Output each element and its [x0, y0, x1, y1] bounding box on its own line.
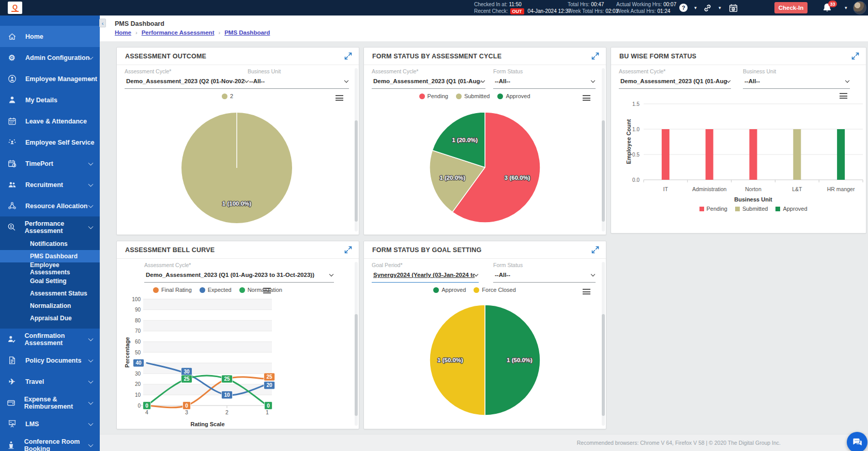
point-label-value: 20	[266, 382, 272, 388]
legend-item-approved[interactable]: Approved	[775, 206, 807, 212]
scrollbar-thumb[interactable]	[355, 314, 358, 416]
sidebar-subitem-notifications[interactable]: Notifications	[0, 238, 100, 250]
stat-label: Week Actual Hrs:	[616, 8, 656, 14]
breadcrumb: Home›Performance Assessment›PMS Dashboar…	[115, 29, 270, 36]
legend-item-submitted[interactable]: Submitted	[735, 206, 768, 212]
quick-links-icon[interactable]	[703, 0, 712, 15]
chart-context-menu-button[interactable]	[840, 93, 847, 100]
check-in-button[interactable]: Check-In	[774, 2, 808, 13]
sidebar-item-expense-reimbursement[interactable]: Expense & Reimbursement	[0, 392, 100, 413]
chat-icon	[851, 437, 863, 448]
pie-label: 1 (50.0%)	[507, 357, 532, 363]
sidebar-item-employee-self-service[interactable]: Employee Self Service	[0, 132, 100, 153]
sidebar-item-employee-management[interactable]: Employee Management	[0, 68, 100, 89]
sidebar-item-label: LMS	[25, 421, 39, 428]
sidebar-subitem-pms-dashboard[interactable]: PMS Dashboard	[0, 250, 100, 262]
sidebar-item-conference-room-booking[interactable]: Conference Room Booking	[0, 434, 100, 451]
sidebar-item-label: Recruitment	[25, 181, 63, 189]
sidebar-item-admin-configuration[interactable]: ⚙Admin Configuration	[0, 47, 100, 68]
menu-bar	[840, 96, 847, 97]
sidebar-item-home[interactable]: Home	[0, 26, 100, 47]
legend-item-submitted[interactable]: Submitted	[456, 93, 490, 99]
sidebar-collapse-button[interactable]: ‹	[99, 19, 106, 27]
x-axis-tick: 4	[145, 409, 148, 415]
chat-fab-button[interactable]	[847, 432, 867, 451]
bar-administration[interactable]	[706, 129, 713, 180]
legend-item-approved[interactable]: Approved	[433, 287, 466, 293]
user-avatar[interactable]	[853, 1, 866, 14]
pie-label: 1 (50.0%)	[437, 357, 463, 363]
breadcrumb-link-performance-assessment[interactable]: Performance Assessment	[142, 29, 215, 36]
sidebar-item-leave-attendance[interactable]: Leave & Attendance	[0, 111, 100, 132]
sidebar-item-travel[interactable]: ✈Travel	[0, 371, 100, 392]
y-axis-tick: 1.0	[632, 127, 639, 132]
chart-context-menu-button[interactable]	[336, 95, 343, 102]
legend-item-expected[interactable]: Expected	[200, 287, 232, 293]
form-status-by-goal-setting-chart: 1 (50.0%)1 (50.0%)	[364, 241, 607, 430]
sidebar-item-confirmation-assessment[interactable]: Confirmation Assessment	[0, 329, 100, 350]
legend-item-final-rating[interactable]: Final Rating	[153, 287, 192, 293]
pms-dashboard-app: Q Checked In at:11:50Recent Check:OUT04-…	[0, 0, 868, 451]
bar-hr-manger[interactable]	[837, 129, 845, 180]
scrollbar-thumb[interactable]	[602, 120, 605, 222]
sidebar-item-my-details[interactable]: My Details	[0, 89, 100, 111]
sidebar-subitem-appraisal-due[interactable]: Appraisal Due	[0, 312, 100, 324]
sidebar-item-resource-allocation[interactable]: Resource Allocation	[0, 195, 100, 216]
sidebar-item-policy-documents[interactable]: Policy Documents	[0, 350, 100, 371]
sidebar-item-performance-assessment[interactable]: Performance Assessment	[0, 216, 100, 238]
legend-item-pending[interactable]: Pending	[699, 206, 727, 212]
link-icon	[703, 4, 712, 12]
attendance-calendar-icon[interactable]	[729, 0, 738, 15]
topbar: Q Checked In at:11:50Recent Check:OUT04-…	[0, 0, 868, 15]
legend-label: Submitted	[742, 206, 768, 212]
sidebar-subitem-assessment-status[interactable]: Assessment Status	[0, 287, 100, 300]
sidebar-subitem-goal-setting[interactable]: Goal Setting	[0, 275, 100, 287]
legend-item-approved[interactable]: Approved	[497, 93, 530, 99]
x-axis-title: Business Unit	[734, 196, 772, 203]
sidebar-subitem-employee-assessments[interactable]: Employee Assessments	[0, 262, 100, 275]
legend-item-force-closed[interactable]: Force Closed	[474, 287, 515, 293]
scrollbar-thumb[interactable]	[355, 120, 358, 222]
bar-norton[interactable]	[750, 129, 757, 180]
breadcrumb-link-home[interactable]: Home	[115, 29, 131, 36]
chart-context-menu-button[interactable]	[263, 288, 271, 295]
menu-bar	[336, 98, 343, 99]
help-icon[interactable]: ?	[679, 0, 688, 15]
legend-item-2[interactable]: 2	[222, 93, 233, 99]
legend-marker	[433, 287, 439, 293]
search-person-icon	[6, 223, 18, 232]
chart-context-menu-button[interactable]	[583, 95, 590, 102]
sidebar-subitem-normalization[interactable]: Normalization	[0, 300, 100, 312]
scrollbar-thumb[interactable]	[602, 314, 605, 416]
sidebar-item-label: TimePort	[25, 160, 53, 167]
legend-item-normalization[interactable]: Normalization	[239, 287, 282, 293]
sidebar-item-lms[interactable]: LMS	[0, 413, 100, 434]
bar-it[interactable]	[662, 129, 669, 180]
chevron-down-icon	[88, 181, 94, 186]
help-dropdown-caret[interactable]: ▾	[694, 0, 697, 15]
profile-dropdown-caret[interactable]: ▾	[845, 0, 847, 15]
menu-bar	[263, 288, 271, 289]
sidebar-item-label: Resource Allocation	[25, 203, 87, 210]
pie-label: 1 (100.0%)	[222, 200, 251, 207]
tdg-logo[interactable]: Q	[8, 2, 22, 14]
legend-item-pending[interactable]: Pending	[419, 93, 448, 99]
sidebar-item-recruitment[interactable]: Recruitment	[0, 174, 100, 195]
menu-bar	[583, 293, 590, 294]
wallet-icon	[6, 398, 17, 408]
menu-bar	[583, 100, 590, 101]
legend-marker	[699, 207, 704, 211]
bar-l-t[interactable]	[793, 129, 801, 180]
stat-label: Actual Working Hrs:	[616, 2, 662, 7]
y-axis-tick: 1.5	[632, 101, 639, 107]
sidebar-item-timeport[interactable]: TimePort	[0, 153, 100, 174]
chart-context-menu-button[interactable]	[583, 289, 590, 296]
legend-marker	[222, 94, 227, 99]
legend-label: Pending	[428, 93, 448, 99]
breadcrumb-link-pms-dashboard[interactable]: PMS Dashboard	[224, 29, 270, 36]
sidebar-subitem-label: Goal Setting	[30, 277, 67, 285]
sidebar-subitem-label: Appraisal Due	[30, 315, 72, 322]
stat-label: Checked In at:	[474, 2, 507, 7]
people-icon	[6, 180, 18, 190]
links-dropdown-caret[interactable]: ▾	[719, 0, 721, 15]
